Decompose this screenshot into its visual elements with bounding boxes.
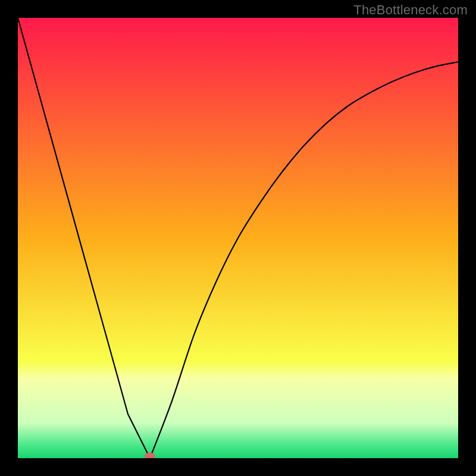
- chart-frame: [18, 18, 458, 458]
- watermark-text: TheBottleneck.com: [353, 2, 468, 18]
- chart-svg: [18, 18, 458, 458]
